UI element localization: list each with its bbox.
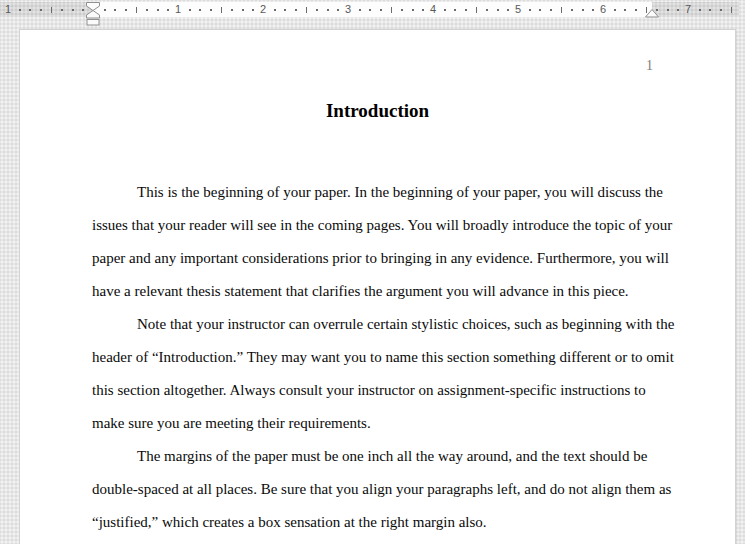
ruler-tick (624, 9, 626, 11)
ruler-tick (242, 9, 244, 11)
body-line[interactable]: This is the beginning of your paper. In … (92, 176, 654, 209)
ruler-tick (486, 9, 488, 11)
ruler-tick (571, 9, 573, 11)
ruler-tick (327, 9, 329, 11)
ruler-tick (316, 9, 318, 11)
body-line[interactable]: Note that your instructor can overrule c… (92, 308, 654, 341)
ruler-tick (40, 9, 42, 11)
ruler-tick (231, 9, 233, 11)
body-line[interactable]: have a relevant thesis statement that cl… (92, 275, 654, 308)
ruler-tick (454, 9, 456, 11)
ruler-tick (210, 9, 212, 11)
ruler-tick (401, 9, 403, 11)
left-indent-marker[interactable] (87, 20, 99, 26)
horizontal-ruler[interactable]: 11234567 (0, 2, 739, 17)
ruler-tick (274, 9, 276, 11)
body-line[interactable]: make sure you are meeting their requirem… (92, 407, 654, 440)
ruler-tick (539, 9, 541, 11)
ruler-halfinch-tick (561, 7, 562, 13)
ruler-tick (157, 9, 159, 11)
ruler-tick (592, 9, 594, 11)
ruler-tick (699, 9, 701, 11)
ruler-tick (582, 9, 584, 11)
ruler-tick (507, 9, 509, 11)
ruler-number: 2 (260, 2, 266, 17)
ruler-tick (635, 9, 637, 11)
ruler-halfinch-tick (136, 7, 137, 13)
ruler-number: 6 (600, 2, 606, 17)
ruler-halfinch-tick (731, 7, 732, 13)
ruler-tick (497, 9, 499, 11)
ruler-tick (444, 9, 446, 11)
ruler-tick (125, 9, 127, 11)
ruler-tick (412, 9, 414, 11)
document-body[interactable]: This is the beginning of your paper. In … (92, 176, 654, 539)
ruler-tick (529, 9, 531, 11)
ruler-tick (167, 9, 169, 11)
body-line[interactable]: paper and any important considerations p… (92, 242, 654, 275)
right-indent-triangle-icon[interactable] (646, 10, 659, 18)
ruler-tick (465, 9, 467, 11)
ruler-tick (380, 9, 382, 11)
body-line[interactable]: header of “Introduction.” They may want … (92, 341, 654, 374)
ruler-number: 1 (175, 2, 181, 17)
ruler-tick (252, 9, 254, 11)
ruler-tick (189, 9, 191, 11)
left-indent-markers[interactable] (86, 2, 100, 26)
first-line-indent-marker[interactable] (87, 3, 100, 11)
ruler-tick (720, 9, 722, 11)
word-document-view: 11234567 1 Introduction This is the begi… (0, 0, 745, 544)
ruler-tick (359, 9, 361, 11)
ruler-number: 1 (5, 2, 11, 17)
body-line[interactable]: issues that your reader will see in the … (92, 209, 654, 242)
document-page[interactable]: 1 Introduction This is the beginning of … (20, 30, 735, 544)
ruler-tick (104, 9, 106, 11)
page-number[interactable]: 1 (92, 58, 653, 73)
ruler-tick (146, 9, 148, 11)
ruler-tick (709, 9, 711, 11)
ruler-tick (284, 9, 286, 11)
ruler-tick (19, 9, 21, 11)
ruler-tick (614, 9, 616, 11)
ruler-tick (550, 9, 552, 11)
ruler-tick (199, 9, 201, 11)
document-heading[interactable]: Introduction (20, 100, 735, 122)
ruler-tick (82, 9, 84, 11)
ruler-halfinch-tick (51, 7, 52, 13)
ruler-tick (29, 9, 31, 11)
ruler-halfinch-tick (306, 7, 307, 13)
ruler-number: 4 (430, 2, 436, 17)
body-line[interactable]: double-spaced at all places. Be sure tha… (92, 473, 654, 506)
hanging-indent-marker[interactable] (87, 11, 100, 19)
ruler-halfinch-tick (221, 7, 222, 13)
ruler-halfinch-tick (391, 7, 392, 13)
ruler-tick (422, 9, 424, 11)
ruler-number: 3 (345, 2, 351, 17)
ruler-tick (72, 9, 74, 11)
ruler-tick (677, 9, 679, 11)
body-line[interactable]: this section altogether. Always consult … (92, 374, 654, 407)
ruler-tick (337, 9, 339, 11)
ruler-tick (295, 9, 297, 11)
body-line[interactable]: “justified,” which creates a box sensati… (92, 506, 654, 539)
ruler-tick (114, 9, 116, 11)
ruler-number: 7 (685, 2, 691, 17)
ruler-tick (61, 9, 63, 11)
ruler-tick (369, 9, 371, 11)
right-indent-marker[interactable] (645, 9, 659, 18)
ruler-tick (667, 9, 669, 11)
ruler-number: 5 (515, 2, 521, 17)
ruler-halfinch-tick (476, 7, 477, 13)
body-line[interactable]: The margins of the paper must be one inc… (92, 440, 654, 473)
